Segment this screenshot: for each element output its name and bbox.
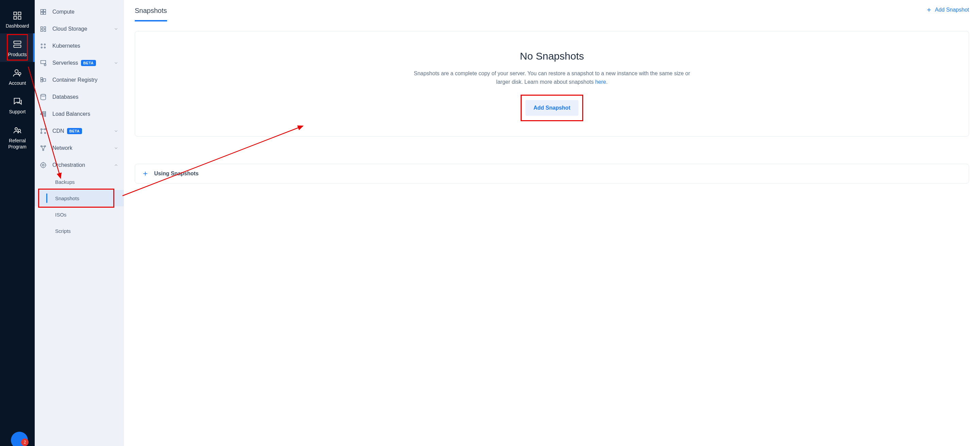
svg-point-45 (43, 150, 44, 151)
side-sub-snapshots-label: Snapshots (55, 196, 79, 201)
primary-nav: Dashboard Products Account Support Refer… (0, 0, 35, 446)
side-sub-backups-label: Backups (55, 179, 75, 185)
side-compute-label: Compute (52, 9, 75, 15)
svg-rect-26 (41, 78, 43, 80)
side-load-balancers[interactable]: Load Balancers (35, 105, 124, 123)
plus-icon (142, 170, 149, 177)
svg-rect-1 (18, 12, 21, 15)
dashboard-icon (13, 11, 22, 21)
side-sub-isos-label: ISOs (55, 212, 66, 218)
side-sub-scripts[interactable]: Scripts (35, 223, 124, 239)
orchestration-icon (40, 161, 47, 169)
side-compute[interactable]: Compute (35, 3, 124, 21)
side-container-registry-label: Container Registry (52, 77, 98, 83)
svg-point-50 (41, 163, 46, 168)
tab-snapshots-label: Snapshots (135, 7, 167, 14)
side-load-balancers-label: Load Balancers (52, 111, 90, 117)
side-kubernetes-label: Kubernetes (52, 43, 80, 49)
tab-snapshots[interactable]: Snapshots (135, 5, 167, 21)
beta-badge: BETA (67, 128, 82, 134)
svg-point-22 (41, 47, 43, 48)
side-cloud-storage[interactable]: Cloud Storage (35, 21, 124, 37)
svg-point-39 (41, 132, 42, 134)
side-serverless-label: Serverless (52, 60, 78, 66)
svg-rect-2 (14, 16, 17, 19)
svg-point-8 (15, 70, 18, 73)
nav-referral-label: Referral Program (0, 137, 35, 150)
load-balancers-icon (40, 110, 47, 118)
chevron-down-icon (114, 129, 118, 134)
empty-title: No Snapshots (149, 50, 955, 62)
svg-point-40 (45, 132, 46, 134)
nav-account[interactable]: Account (0, 62, 35, 91)
empty-state-card: No Snapshots Snapshots are a complete co… (135, 31, 969, 137)
nav-account-label: Account (9, 80, 26, 86)
beta-badge: BETA (81, 60, 96, 66)
nav-dashboard-label: Dashboard (6, 23, 29, 29)
chevron-down-icon (114, 27, 118, 31)
empty-desc-text-tail: . (606, 79, 608, 85)
svg-point-30 (40, 113, 42, 115)
side-kubernetes[interactable]: Kubernetes (35, 37, 124, 54)
container-registry-icon (40, 76, 47, 84)
side-sub-backups[interactable]: Backups (35, 174, 124, 190)
serverless-icon (40, 59, 47, 67)
learn-more-link[interactable]: here (595, 79, 606, 85)
server-icon (13, 40, 22, 49)
using-snapshots-accordion[interactable]: Using Snapshots (135, 164, 969, 183)
add-snapshot-button[interactable]: Add Snapshot (525, 100, 579, 116)
nav-products[interactable]: Products (0, 33, 35, 62)
cloud-storage-icon (40, 25, 47, 33)
svg-point-20 (41, 44, 43, 45)
svg-point-25 (44, 64, 46, 66)
chevron-up-icon (114, 163, 118, 167)
side-container-registry[interactable]: Container Registry (35, 72, 124, 89)
side-cloud-storage-label: Cloud Storage (52, 26, 87, 32)
empty-desc-text: Snapshots are a complete copy of your se… (414, 70, 690, 85)
svg-rect-18 (41, 30, 43, 32)
svg-rect-14 (41, 12, 43, 14)
cdn-icon (40, 127, 47, 135)
svg-point-10 (15, 127, 18, 130)
svg-rect-17 (44, 27, 46, 29)
svg-point-49 (42, 164, 44, 166)
chevron-down-icon (114, 146, 118, 150)
side-orchestration[interactable]: Orchestration (35, 157, 124, 174)
page-header: Snapshots Add Snapshot (135, 5, 969, 21)
svg-line-47 (43, 147, 45, 149)
network-icon (40, 144, 47, 152)
svg-point-37 (41, 129, 42, 130)
empty-description: Snapshots are a complete copy of your se… (411, 70, 693, 86)
svg-rect-0 (14, 12, 17, 15)
side-serverless[interactable]: Serverless BETA (35, 54, 124, 72)
kubernetes-icon (40, 42, 47, 50)
side-cdn-label: CDN (52, 128, 64, 134)
svg-line-46 (41, 147, 43, 149)
svg-rect-12 (41, 10, 43, 11)
notification-badge[interactable]: 2 (21, 438, 29, 446)
svg-point-29 (41, 94, 46, 96)
nav-referral[interactable]: Referral Program (0, 119, 35, 155)
side-sub-snapshots[interactable]: Snapshots (35, 190, 124, 206)
add-snapshot-link-label: Add Snapshot (935, 7, 969, 13)
side-sub-scripts-label: Scripts (55, 228, 71, 234)
side-network[interactable]: Network (35, 140, 124, 157)
side-cdn[interactable]: CDN BETA (35, 123, 124, 140)
svg-rect-5 (14, 45, 21, 47)
plus-icon (926, 7, 932, 13)
side-databases[interactable]: Databases (35, 89, 124, 105)
account-icon (13, 68, 22, 78)
svg-point-23 (44, 47, 46, 48)
side-databases-label: Databases (52, 94, 79, 100)
svg-rect-15 (43, 12, 46, 14)
main-content: Snapshots Add Snapshot No Snapshots Snap… (124, 0, 980, 446)
referral-icon (13, 125, 22, 135)
chevron-down-icon (114, 61, 118, 65)
svg-rect-4 (14, 41, 21, 44)
add-snapshot-link[interactable]: Add Snapshot (926, 5, 969, 13)
nav-support[interactable]: Support (0, 91, 35, 119)
side-sub-isos[interactable]: ISOs (35, 206, 124, 223)
databases-icon (40, 93, 47, 101)
svg-rect-28 (43, 79, 46, 81)
nav-dashboard[interactable]: Dashboard (0, 5, 35, 33)
